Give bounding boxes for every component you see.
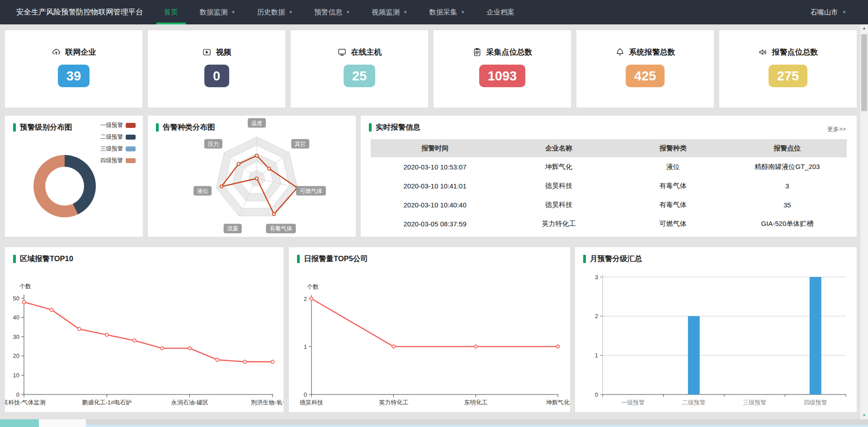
stat-card-system-alarms: 系统报警总数 425 <box>576 30 714 108</box>
table-header-row: 报警时间 企业名称 报警种类 报警点位 <box>371 139 847 157</box>
col-alarm-point: 报警点位 <box>728 139 847 157</box>
table-row: 2020-03-10 10:53:07 坤辉气化 液位 精醇南罐液位GT_203 <box>371 157 847 176</box>
stat-card-value: 0 <box>204 65 229 87</box>
stat-card-label: 联网企业 <box>66 47 96 57</box>
chevron-down-icon: ▼ <box>346 10 350 14</box>
region-selector[interactable]: 石嘴山市 ▼ <box>811 8 846 17</box>
stat-card-alarm-points: 报警点位总数 275 <box>719 30 857 108</box>
svg-text:40: 40 <box>13 314 19 321</box>
chevron-down-icon: ▼ <box>288 10 292 14</box>
svg-text:英力特化工: 英力特化工 <box>379 399 408 406</box>
svg-text:液位: 液位 <box>197 188 209 194</box>
svg-text:2: 2 <box>304 296 307 302</box>
panel-daily-alarm-top5: 日报警量TOP5公司 012个数德昊科技英力特化工东明化工坤辉气化 <box>289 247 570 412</box>
bottom-blue-bar <box>0 425 868 427</box>
scroll-up-arrow-icon[interactable]: ▲ <box>860 24 868 32</box>
video-play-icon <box>202 47 212 57</box>
chevron-down-icon: ▼ <box>461 10 465 14</box>
svg-text:温度: 温度 <box>251 120 263 127</box>
cloud-upload-icon <box>52 47 61 57</box>
scrollbar-thumb[interactable] <box>861 34 867 111</box>
legend-item[interactable]: 二级预警 <box>100 133 136 141</box>
speaker-icon <box>758 47 768 57</box>
nav-item-history-data[interactable]: 历史数据▼ <box>246 0 303 24</box>
main-menu: 首页 数据监测▼ 历史数据▼ 预警信息▼ 视频监测▼ 数据采集▼ 企业档案 <box>153 0 526 24</box>
svg-text:鹏盛化工-1#电石炉: 鹏盛化工-1#电石炉 <box>82 399 132 406</box>
table-row: 2020-03-05 08:37:59 英力特化工 可燃气体 GIA-520单体… <box>371 214 847 233</box>
scroll-down-arrow-icon[interactable]: ▼ <box>860 412 868 419</box>
stat-card-label: 采集点位总数 <box>486 47 533 57</box>
svg-text:流量: 流量 <box>227 225 238 232</box>
svg-text:30: 30 <box>13 333 19 340</box>
stat-card-collect-points: 采集点位总数 1093 <box>434 30 571 108</box>
svg-text:0: 0 <box>304 391 307 398</box>
stat-card-label: 在线主机 <box>351 47 382 57</box>
panel-title-marker <box>297 255 300 263</box>
chevron-down-icon: ▼ <box>403 10 407 14</box>
table-row: 2020-03-10 10:40:40 德昊科技 有毒气体 35 <box>371 195 847 214</box>
nav-item-data-collect[interactable]: 数据采集▼ <box>418 0 476 24</box>
panel-monthly-warning-summary: 月预警分级汇总 0123一级预警二级预警三级预警四级预警 <box>575 247 857 412</box>
panel-alarm-type-distribution: 告警种类分布图 温度其它可燃气体有毒气体流量液位压力 <box>148 116 356 237</box>
svg-text:一级预警: 一级预警 <box>621 399 645 406</box>
svg-text:德昊科技: 德昊科技 <box>300 399 323 406</box>
bottom-white-block <box>39 419 86 427</box>
donut-hole <box>45 167 84 206</box>
vertical-scrollbar[interactable]: ▲ ▼ <box>860 24 868 419</box>
stat-card-value: 39 <box>58 65 90 87</box>
panel-title: 区域报警TOP10 <box>20 254 73 264</box>
svg-text:坤辉气化: 坤辉气化 <box>546 399 570 406</box>
monthly-warning-bar-chart: 0123一级预警二级预警三级预警四级预警 <box>575 247 857 412</box>
svg-text:20: 20 <box>13 352 19 359</box>
realtime-alarm-table: 报警时间 企业名称 报警种类 报警点位 2020-03-10 10:53:07 … <box>371 139 847 233</box>
stat-card-video: 视频 0 <box>148 30 285 108</box>
legend-color-chip <box>126 135 136 140</box>
nav-item-data-monitor[interactable]: 数据监测▼ <box>189 0 246 24</box>
legend-item[interactable]: 三级预警 <box>100 145 136 153</box>
col-alarm-type: 报警种类 <box>618 139 728 157</box>
warning-level-donut-chart <box>33 155 96 217</box>
stat-card-label: 系统报警总数 <box>629 47 675 57</box>
panel-title: 预警级别分布图 <box>20 122 72 132</box>
col-enterprise-name: 企业名称 <box>499 139 618 157</box>
daily-alarm-top5-line-chart: 012个数德昊科技英力特化工东明化工坤辉气化 <box>289 247 570 412</box>
panel-title: 日报警量TOP5公司 <box>304 254 368 264</box>
stat-card-label: 视频 <box>216 47 231 57</box>
stat-card-online-hosts: 在线主机 25 <box>291 30 428 108</box>
bottom-edge-strip <box>0 419 868 427</box>
bell-icon <box>615 47 625 57</box>
panel-title: 月预警分级汇总 <box>590 254 642 264</box>
chevron-down-icon: ▼ <box>231 10 236 14</box>
svg-text:50: 50 <box>13 295 19 302</box>
chevron-down-icon: ▼ <box>842 10 846 14</box>
svg-text:2: 2 <box>595 313 598 319</box>
legend-item[interactable]: 四级预警 <box>100 157 136 164</box>
panel-title-marker <box>13 255 16 263</box>
legend-color-chip <box>126 158 136 163</box>
panel-title-marker <box>369 123 372 131</box>
svg-text:四级预警: 四级预警 <box>804 399 827 406</box>
stat-card-online-enterprises: 联网企业 39 <box>5 30 142 108</box>
dashboard-page: 安全生产风险预警防控物联网管理平台 首页 数据监测▼ 历史数据▼ 预警信息▼ 视… <box>0 0 868 427</box>
svg-text:3: 3 <box>595 274 598 281</box>
panel-realtime-alarms: 实时报警信息 更多>> 报警时间 企业名称 报警种类 报警点位 2020-03-… <box>361 116 857 237</box>
more-link[interactable]: 更多>> <box>827 125 846 133</box>
stat-card-value: 275 <box>769 65 807 87</box>
svg-text:1: 1 <box>595 352 598 359</box>
nav-item-video-monitor[interactable]: 视频监测▼ <box>361 0 418 24</box>
legend-color-chip <box>126 123 136 128</box>
legend-item[interactable]: 一级预警 <box>100 122 136 129</box>
legend-color-chip <box>126 146 136 151</box>
donut-legend: 一级预警 二级预警 三级预警 四级预警 <box>100 122 136 169</box>
nav-item-enterprise-archive[interactable]: 企业档案 <box>476 0 525 24</box>
stat-card-label: 报警点位总数 <box>772 47 818 57</box>
svg-text:0: 0 <box>16 391 19 398</box>
stat-card-value: 1093 <box>479 65 526 87</box>
panel-title-marker <box>156 123 159 131</box>
nav-item-warning-info[interactable]: 预警信息▼ <box>303 0 361 24</box>
stat-cards-row: 联网企业 39 视频 0 在线主机 25 <box>5 30 857 108</box>
nav-item-home[interactable]: 首页 <box>153 0 189 24</box>
region-alarm-top10-line-chart: 01020304050个数昊科技-气体监测鹏盛化工-1#电石炉永润石油-罐区荆洪… <box>5 247 283 412</box>
svg-text:昊科技-气体监测: 昊科技-气体监测 <box>5 399 46 406</box>
app-title: 安全生产风险预警防控物联网管理平台 <box>16 7 143 17</box>
